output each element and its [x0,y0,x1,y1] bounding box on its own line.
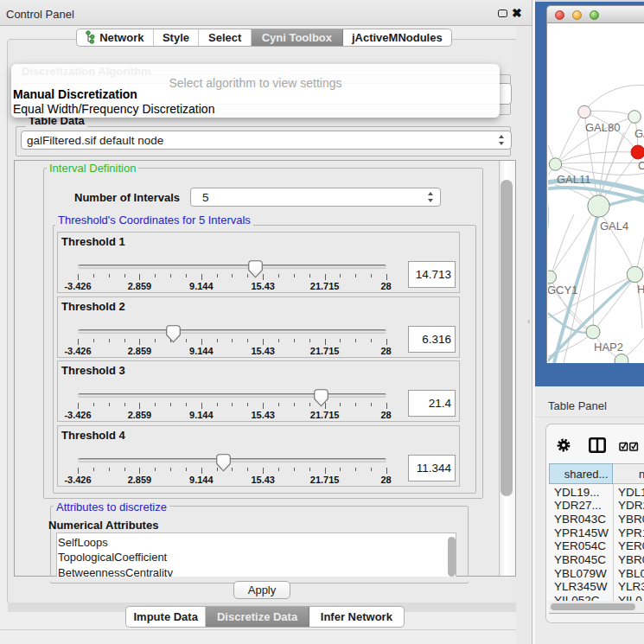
svg-text:GAL4: GAL4 [600,220,628,233]
svg-text:C: C [638,159,644,172]
svg-text:HAP2: HAP2 [594,341,623,354]
svg-text:GCY1: GCY1 [548,284,577,296]
svg-text:GAL11: GAL11 [557,173,591,186]
svg-text:GAL80: GAL80 [585,121,620,134]
svg-text:GA: GA [634,127,644,140]
svg-text:H: H [637,283,644,296]
